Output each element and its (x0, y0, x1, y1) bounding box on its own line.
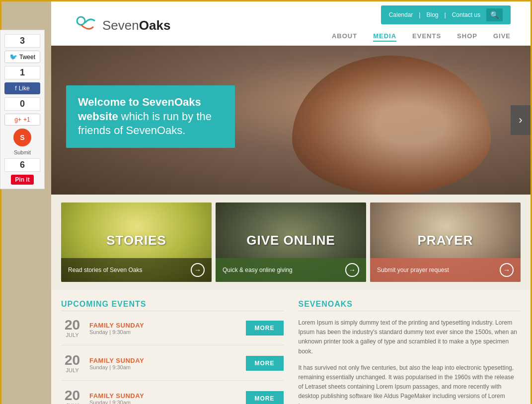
content-area: UPCOMING EVENTS 20 JULY FAMILY SUNDAY Su… (51, 290, 531, 404)
header-right: Calendar | Blog | Contact us 🔍 ABOUT MED… (332, 5, 511, 46)
logo-seven: Seven (102, 18, 139, 33)
stumbleupon-button[interactable]: S (13, 129, 31, 146)
twitter-icon: 🐦 (9, 53, 17, 61)
sevenoaks-title: SEVENOAKS (299, 300, 521, 311)
give-card-footer: Quick & easy online giving → (216, 258, 366, 282)
event-month: JULY (61, 332, 83, 338)
stories-card[interactable]: STORIES Read stories of Seven Oaks → (61, 202, 212, 282)
hero-text-box: Welcome to SevenOakswebsite which is run… (66, 85, 235, 148)
tweet-label: Tweet (19, 54, 35, 61)
pinterest-button[interactable]: Pin it (11, 175, 33, 185)
feature-cards: STORIES Read stories of Seven Oaks → GIV… (51, 195, 531, 290)
logo[interactable]: SevenOaks (71, 7, 170, 44)
facebook-like-button[interactable]: f Like (4, 82, 40, 94)
event-day: 20 (61, 389, 83, 403)
submit-count: 6 (4, 158, 40, 172)
event-day: 20 (61, 353, 83, 367)
events-section: UPCOMING EVENTS 20 JULY FAMILY SUNDAY Su… (61, 300, 284, 404)
gplus-button[interactable]: g+ +1 (4, 114, 40, 126)
search-button[interactable]: 🔍 (486, 8, 503, 21)
nav-shop[interactable]: SHOP (457, 32, 477, 42)
event-more-button[interactable]: MORE (246, 391, 284, 404)
give-footer-text: Quick & easy online giving (223, 267, 293, 273)
events-title: UPCOMING EVENTS (61, 300, 284, 311)
event-time: Sunday | 9:30am (89, 329, 240, 335)
event-date: 20 JULY (61, 389, 83, 404)
main-nav: ABOUT MEDIA EVENTS SHOP GIVE (332, 26, 511, 46)
nav-contact[interactable]: Contact us (452, 11, 480, 18)
prayer-card-title: PRAYER (418, 233, 473, 248)
nav-events[interactable]: EVENTS (412, 32, 441, 42)
logo-oaks: Oaks (139, 18, 171, 33)
hero-title: Welcome to SevenOakswebsite which is run… (78, 95, 223, 138)
event-item: 20 JULY FAMILY SUNDAY Sunday | 9:30am MO… (61, 353, 284, 381)
hero-section: Welcome to SevenOakswebsite which is run… (51, 46, 531, 195)
event-info: FAMILY SUNDAY Sunday | 9:30am (89, 357, 240, 370)
header-inner: SevenOaks Calendar | Blog | Contact us 🔍… (61, 1, 521, 46)
main-content: SevenOaks Calendar | Blog | Contact us 🔍… (51, 1, 531, 404)
event-info: FAMILY SUNDAY Sunday | 9:30am (89, 322, 240, 335)
give-card-title: GIVE ONLINE (246, 233, 335, 248)
hero-next-button[interactable]: › (511, 105, 531, 135)
event-item: 20 JULY FAMILY SUNDAY Sunday | 9:30am MO… (61, 389, 284, 404)
event-time: Sunday | 9:30am (89, 364, 240, 370)
give-online-card[interactable]: GIVE ONLINE Quick & easy online giving → (216, 202, 366, 282)
social-sidebar: 3 🐦 Tweet 1 f Like 0 g+ +1 S Submit 6 Pi… (0, 30, 45, 189)
gplus-count: 0 (4, 97, 40, 111)
sevenoaks-para2: It has survived not only five centuries,… (299, 363, 521, 404)
sevenoaks-section: SEVENOAKS Lorem Ipsum is simply dummy te… (299, 300, 521, 404)
event-info: FAMILY SUNDAY Sunday | 9:30am (89, 392, 240, 404)
nav-calendar[interactable]: Calendar (389, 11, 413, 18)
prayer-footer-text: Submit your prayer request (377, 267, 449, 273)
like-count: 1 (4, 66, 40, 79)
event-time: Sunday | 9:30am (89, 400, 240, 404)
prayer-card-footer: Submit your prayer request → (370, 258, 521, 282)
event-more-button[interactable]: MORE (246, 321, 284, 336)
svg-point-0 (77, 17, 85, 25)
stories-footer-text: Read stories of Seven Oaks (68, 267, 142, 273)
event-more-button[interactable]: MORE (246, 356, 284, 371)
event-item: 20 JULY FAMILY SUNDAY Sunday | 9:30am MO… (61, 318, 284, 345)
gplus-label: +1 (23, 116, 30, 123)
event-day: 20 (61, 318, 83, 332)
facebook-icon: f (15, 85, 16, 92)
event-name: FAMILY SUNDAY (89, 357, 240, 364)
nav-give[interactable]: GIVE (493, 32, 511, 42)
nav-about[interactable]: ABOUT (332, 32, 357, 42)
logo-icon (71, 12, 98, 39)
tweet-button[interactable]: 🐦 Tweet (4, 51, 40, 63)
gplus-icon: g+ (14, 116, 21, 123)
site-header: SevenOaks Calendar | Blog | Contact us 🔍… (51, 1, 531, 46)
event-name: FAMILY SUNDAY (89, 322, 240, 329)
stories-arrow-icon: → (191, 263, 205, 277)
nav-blog[interactable]: Blog (426, 11, 438, 18)
stumbleupon-icon: S (20, 134, 24, 141)
event-date: 20 JULY (61, 318, 83, 338)
event-date: 20 JULY (61, 353, 83, 373)
submit-label: Submit (14, 149, 31, 155)
give-arrow-icon: → (345, 263, 359, 277)
event-name: FAMILY SUNDAY (89, 392, 240, 400)
prayer-card[interactable]: PRAYER Submit your prayer request → (370, 202, 521, 282)
top-nav: Calendar | Blog | Contact us 🔍 (381, 5, 511, 24)
stories-card-title: STORIES (106, 233, 166, 248)
nav-media[interactable]: MEDIA (373, 32, 396, 42)
sevenoaks-para1: Lorem Ipsum is simply dummy text of the … (299, 318, 521, 356)
prayer-arrow-icon: → (500, 263, 514, 277)
tweet-count: 3 (4, 34, 40, 48)
event-month: JULY (61, 367, 83, 373)
like-label: Like (19, 85, 30, 92)
stories-card-footer: Read stories of Seven Oaks → (61, 258, 212, 282)
logo-text: SevenOaks (102, 18, 170, 33)
pin-label: Pin it (15, 176, 29, 183)
